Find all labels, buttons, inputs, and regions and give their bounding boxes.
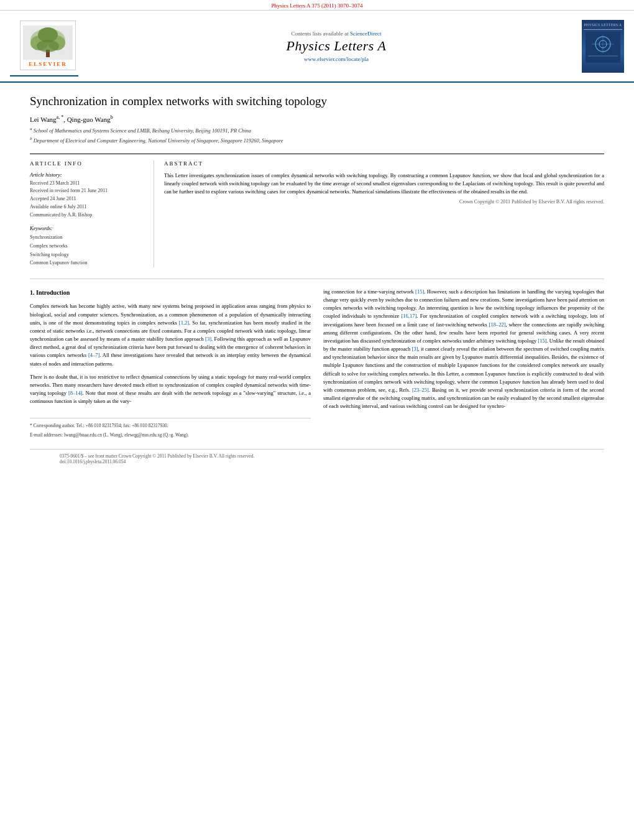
cover-title: PHYSICS LETTERS A [584,23,622,27]
ref-3b[interactable]: [3] [412,346,418,352]
keywords-title: Keywords: [30,225,146,231]
abstract-copyright: Crown Copyright © 2011 Published by Else… [164,199,604,205]
author-1-sup: a, * [57,114,64,120]
keywords-section: Keywords: Synchronization Complex networ… [30,225,146,267]
citation-bar: Physics Letters A 375 (2011) 3070–3074 [0,0,634,11]
author-1: Lei Wang [30,115,57,122]
history-row-4: Communicated by A.R. Bishop [30,211,146,219]
body-right-column: ing connection for a time-varying networ… [323,288,604,440]
keyword-1: Complex networks [30,242,146,251]
ref-15a[interactable]: [15] [415,288,424,295]
body-left-column: 1. Introduction Complex network has beco… [30,288,311,440]
article-title: Synchronization in complex networks with… [30,94,604,109]
content-divider [30,279,604,279]
doi-link[interactable]: doi:10.1016/j.physleta.2011.06.054 [60,459,126,464]
journal-url[interactable]: www.elsevier.com/locate/pla [91,56,582,62]
journal-title: Physics Letters A [91,38,582,54]
aff-1-text: School of Mathematics and Systems Scienc… [34,127,251,134]
history-title: Article history: [30,172,146,178]
doi-text: 0375-9601/$ – see front matter Crown Cop… [60,453,254,459]
abstract-label: ABSTRACT [164,160,604,167]
svg-point-5 [37,40,59,52]
cover-image [586,32,620,63]
footnote-star: * Corresponding author. Tel.: +86 010 82… [30,422,311,429]
ref-3[interactable]: [3] [205,336,211,342]
ref-16-17[interactable]: [16,17] [401,313,416,319]
journal-cover: PHYSICS LETTERS A [582,20,624,73]
elsevier-box: ELSEVIER [20,21,76,70]
article-history: Article history: Received 23 March 2011 … [30,172,146,219]
info-abstract-section: ARTICLE INFO Article history: Received 2… [30,154,604,267]
abstract-text: This Letter investigates synchronization… [164,172,604,196]
ref-18-22[interactable]: [18–22] [489,321,506,328]
section1-right-para1: ing connection for a time-varying networ… [323,288,604,411]
section1-title: 1. Introduction [30,288,311,298]
journal-center-block: Contents lists available at ScienceDirec… [91,30,582,62]
elsevier-label: ELSEVIER [29,61,67,67]
keyword-0: Synchronization [30,233,146,242]
history-row-0: Received 23 March 2011 [30,180,146,188]
article-container: Synchronization in complex networks with… [0,83,634,479]
author-and: , Qing-guo Wang [63,115,111,122]
svg-rect-11 [588,55,618,57]
affiliations: a School of Mathematics and Systems Scie… [30,126,604,144]
ref-8-14[interactable]: [8–14] [68,390,83,396]
keyword-2: Switching topology [30,251,146,259]
article-info-column: ARTICLE INFO Article history: Received 2… [30,160,154,267]
ref-23-25[interactable]: [23–25] [412,387,429,393]
section1-para1: Complex network has become highly active… [30,302,311,367]
keyword-3: Common Lyapunov function [30,259,146,267]
author-2-sup: b [111,114,113,120]
aff-1-sup: a [30,126,32,131]
journal-header: ELSEVIER Contents lists available at Sci… [0,11,634,83]
sciencedirect-link[interactable]: ScienceDirect [350,30,381,37]
cover-line [584,29,622,30]
aff-2-sup: b [30,136,32,141]
elsevier-tree-icon [23,25,73,60]
abstract-column: ABSTRACT This Letter investigates synchr… [164,160,604,267]
affiliation-2: b Department of Electrical and Computer … [30,136,604,145]
history-row-1: Received in revised form 21 June 2011 [30,187,146,195]
contents-text: Contents lists available at [292,30,349,37]
article-info-label: ARTICLE INFO [30,160,146,167]
bottom-bar: 0375-9601/$ – see front matter Crown Cop… [30,449,604,468]
aff-2-text: Department of Electrical and Computer En… [34,137,283,144]
footnote-area: * Corresponding author. Tel.: +86 010 82… [30,418,311,438]
history-row-2: Accepted 24 June 2011 [30,195,146,203]
ref-4-7[interactable]: [4–7] [88,352,99,358]
tree-svg [25,27,70,58]
body-section: 1. Introduction Complex network has beco… [30,288,604,440]
authors: Lei Wanga, *, Qing-guo Wangb [30,114,604,123]
ref-1-2[interactable]: [1,2] [179,320,189,326]
ref-15b[interactable]: [15] [538,338,546,344]
footnote-email: E-mail addresses: lwang@buaa.edu.cn (L. … [30,432,311,438]
affiliation-1: a School of Mathematics and Systems Scie… [30,126,604,135]
citation-text: Physics Letters A 375 (2011) 3070–3074 [272,2,363,9]
history-row-3: Available online 6 July 2011 [30,203,146,211]
contents-available-line: Contents lists available at ScienceDirec… [91,30,582,37]
elsevier-logo: ELSEVIER [10,16,78,76]
section1-para2: There is no doubt that, it is too restri… [30,373,311,406]
